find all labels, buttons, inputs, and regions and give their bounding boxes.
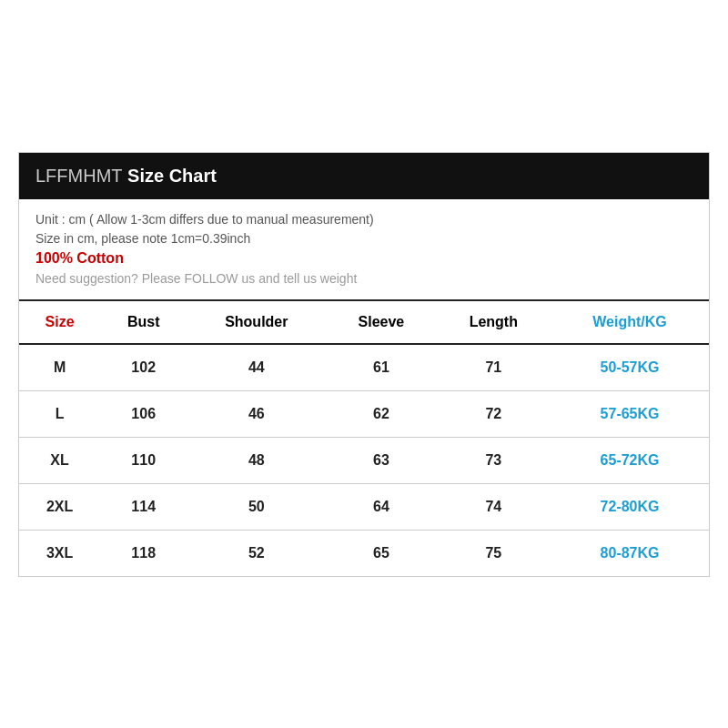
cell-shoulder: 48 [187, 437, 326, 483]
table-row: L10646627257-65KG [19, 390, 709, 437]
cell-shoulder: 46 [187, 390, 326, 437]
brand-name: LFFMHMT [35, 166, 123, 186]
table-row: 2XL11450647472-80KG [19, 483, 709, 530]
cell-length: 75 [436, 530, 551, 576]
header-length: Length [436, 301, 551, 344]
chart-label: Size Chart [123, 166, 217, 186]
cell-bust: 110 [100, 437, 187, 483]
cell-bust: 114 [100, 483, 187, 530]
title-bar: LFFMHMT Size Chart [19, 153, 709, 199]
cell-length: 71 [436, 344, 551, 391]
header-size: Size [19, 301, 100, 344]
table-header-row: Size Bust Shoulder Sleeve Length Weight/… [19, 301, 709, 344]
cell-weight: 80-87KG [551, 530, 709, 576]
cell-bust: 118 [100, 530, 187, 576]
cell-weight: 72-80KG [551, 483, 709, 530]
table-row: XL11048637365-72KG [19, 437, 709, 483]
info-section: Unit : cm ( Allow 1-3cm differs due to m… [19, 199, 709, 301]
header-shoulder: Shoulder [187, 301, 326, 344]
cell-bust: 106 [100, 390, 187, 437]
cell-size: L [19, 390, 100, 437]
cell-sleeve: 65 [326, 530, 436, 576]
cell-bust: 102 [100, 344, 187, 391]
cell-size: 3XL [19, 530, 100, 576]
header-sleeve: Sleeve [326, 301, 436, 344]
cell-shoulder: 44 [187, 344, 326, 391]
cell-size: XL [19, 437, 100, 483]
cell-weight: 65-72KG [551, 437, 709, 483]
table-row: 3XL11852657580-87KG [19, 530, 709, 576]
cell-sleeve: 64 [326, 483, 436, 530]
cell-sleeve: 61 [326, 344, 436, 391]
cell-size: 2XL [19, 483, 100, 530]
cell-shoulder: 52 [187, 530, 326, 576]
size-chart-container: LFFMHMT Size Chart Unit : cm ( Allow 1-3… [18, 152, 710, 577]
cell-weight: 57-65KG [551, 390, 709, 437]
table-row: M10244617150-57KG [19, 344, 709, 391]
cell-sleeve: 63 [326, 437, 436, 483]
cell-length: 72 [436, 390, 551, 437]
cell-size: M [19, 344, 100, 391]
cell-shoulder: 50 [187, 483, 326, 530]
cm-note: Size in cm, please note 1cm=0.39inch [35, 231, 693, 246]
cell-weight: 50-57KG [551, 344, 709, 391]
cell-length: 74 [436, 483, 551, 530]
header-bust: Bust [100, 301, 187, 344]
suggestion-note: Need suggestion? Please FOLLOW us and te… [35, 271, 693, 286]
header-weight: Weight/KG [551, 301, 709, 344]
cell-length: 73 [436, 437, 551, 483]
material-note: 100% Cotton [35, 250, 693, 267]
size-table: Size Bust Shoulder Sleeve Length Weight/… [19, 301, 709, 576]
cell-sleeve: 62 [326, 390, 436, 437]
unit-note: Unit : cm ( Allow 1-3cm differs due to m… [35, 212, 693, 227]
